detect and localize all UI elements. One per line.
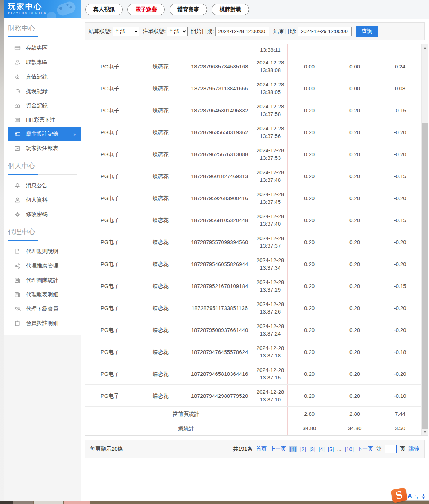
menu-list-icon [14, 131, 21, 137]
ime-logo-icon[interactable]: S [390, 487, 408, 503]
cell-order: 1872879685734535168 [186, 55, 253, 77]
tab-體育賽事[interactable]: 體育賽事 [170, 4, 207, 15]
table-row[interactable]: PG电子蝶恋花18728796256763130882024-12-2813:3… [85, 143, 422, 165]
sidebar-item-玩家投注報表[interactable]: 玩家投注報表 [4, 141, 81, 156]
sidebar-item-label: 提現記錄 [26, 88, 48, 95]
sidebar-item-label: 代理推廣管理 [26, 262, 58, 269]
table-row[interactable]: PG电子蝶恋花18728794764555786242024-12-2813:3… [85, 341, 422, 363]
sidebar-item-代理下級會員[interactable]: 代理下級會員 [4, 302, 81, 316]
cell-game: 蝶恋花 [135, 319, 186, 341]
jump-suffix: 页 [400, 446, 405, 453]
jump-prefix: 第 [376, 446, 382, 453]
cell-time: 2024-12-2813:37:29 [253, 275, 288, 297]
purse-icon [14, 103, 21, 109]
sidebar-item-個人資料[interactable]: 個人資料 [4, 193, 81, 207]
table-row[interactable]: PG电子蝶恋花18728795681053204482024-12-2813:3… [85, 209, 422, 231]
cell-bet: 0.20 [288, 231, 331, 253]
sidebar-item-充值記錄[interactable]: 充值記錄 [4, 69, 81, 84]
cell-winloss: -0.20 [378, 319, 422, 341]
section-divider [8, 239, 77, 240]
sidebar-item-資金記錄[interactable]: 資金記錄 [4, 98, 81, 113]
scrollbar-thumb[interactable] [422, 123, 428, 429]
table-row[interactable]: PG电子蝶恋花18728795117338511362024-12-2813:3… [85, 297, 422, 319]
jump-page-input[interactable] [385, 445, 397, 453]
pager: 共191条 首页 上一页 [1][2][3][4][5]...[10] 下一页 … [233, 445, 419, 453]
table-row[interactable]: PG电子蝶恋花18728794658103644162024-12-2813:3… [85, 363, 422, 385]
table-row[interactable]: PG电子蝶恋花18728796857345351682024-12-2813:3… [85, 55, 422, 77]
end-date-input[interactable] [298, 27, 352, 36]
sidebar-item-廳室投註記錄[interactable]: 廳室投註記錄› [8, 127, 81, 141]
start-date-input[interactable] [215, 27, 269, 36]
settle-status-select[interactable]: 全部 [113, 27, 139, 36]
page-link[interactable]: [5] [328, 446, 334, 452]
ime-mode-letter[interactable]: A [408, 493, 412, 499]
bet-records-table: 13:38:11PG电子蝶恋花18728796857345351682024-1… [85, 44, 428, 436]
sidebar-item-代理團隊統計[interactable]: 代理團隊統計 [4, 273, 81, 287]
per-page-text: 每頁顯示20條 [90, 446, 123, 453]
sidebar-item-提現記錄[interactable]: 提現記錄 [4, 84, 81, 98]
order-status-select[interactable]: 全部 [167, 27, 188, 36]
cell-bet: 0.20 [288, 187, 331, 209]
sidebar-item-代理推廣管理[interactable]: 代理推廣管理 [4, 258, 81, 273]
page-link-current[interactable]: [1] [289, 446, 297, 452]
page-link[interactable]: [10] [345, 446, 354, 452]
table-row[interactable]: PG电子蝶恋花18728795216701091842024-12-2813:3… [85, 275, 422, 297]
prev-page-link[interactable]: 上一页 [270, 446, 286, 453]
section-title: 個人中心 [8, 161, 81, 171]
tab-棋牌對戰[interactable]: 棋牌對戰 [212, 4, 249, 15]
sidebar-item-消息公告[interactable]: 消息公告 [4, 178, 81, 193]
table-row[interactable]: PG电子蝶恋花18728796018274693132024-12-2813:3… [85, 165, 422, 187]
table-row[interactable]: PG电子蝶恋花18728795009376614402024-12-2813:3… [85, 319, 422, 341]
table-row[interactable]: PG电子蝶恋花18728796453014968322024-12-2813:3… [85, 99, 422, 121]
table-row[interactable]: PG电子蝶恋花18728795460558269442024-12-2813:3… [85, 253, 422, 275]
summary-valid: 2.80 [331, 407, 378, 421]
cell-valid [331, 44, 378, 55]
cell-order: 1872879568105320448 [186, 209, 253, 231]
scroll-down-icon[interactable] [422, 429, 428, 435]
sidebar-item-取款專區[interactable]: 取款專區 [4, 55, 81, 69]
sidebar-item-HH彩票下注[interactable]: HH彩票下注 [4, 113, 81, 127]
start-date-label: 開始日期: [191, 28, 214, 35]
table-scrollbar[interactable] [421, 44, 428, 435]
chevron-right-icon: › [73, 131, 76, 138]
table-row[interactable]: PG电子蝶恋花18728794429807795202024-12-2813:3… [85, 385, 422, 407]
microphone-icon[interactable] [421, 493, 426, 499]
sidebar-item-label: 消息公告 [26, 182, 48, 189]
cell-game: 蝶恋花 [135, 143, 186, 165]
cell-valid: 0.20 [331, 363, 378, 384]
table-row[interactable]: PG电子蝶恋花18728796356503193622024-12-2813:3… [85, 121, 422, 143]
sidebar-item-label: 代理規則說明 [26, 248, 58, 255]
cell-bet [288, 44, 331, 55]
clipboard-icon [14, 320, 21, 327]
summary-valid: 34.80 [331, 421, 378, 435]
page-link[interactable]: [4] [319, 446, 325, 452]
ime-punct-toggle[interactable]: ·, [415, 493, 418, 499]
sidebar-item-代理報表明細[interactable]: 代理報表明細 [4, 287, 81, 302]
wallet-icon [14, 88, 21, 94]
page-link[interactable]: [2] [300, 446, 306, 452]
cell-valid: 0.20 [331, 385, 378, 406]
table-row[interactable]: PG电子蝶恋花18728795926839004162024-12-2813:3… [85, 187, 422, 209]
first-page-link[interactable]: 首页 [256, 446, 267, 453]
tab-真人視訊[interactable]: 真人視訊 [85, 4, 123, 15]
sidebar-item-代理規則說明[interactable]: 代理規則說明 [4, 244, 81, 258]
sidebar-item-修改密碼[interactable]: 修改密碼 [4, 207, 81, 221]
table-row[interactable]: PG电子蝶恋花18728796731138416662024-12-2813:3… [85, 77, 422, 99]
sidebar-item-會員投註明細[interactable]: 會員投註明細 [4, 316, 81, 330]
cell-valid: 0.20 [331, 143, 378, 165]
query-button[interactable]: 查詢 [356, 26, 378, 37]
tab-電子遊藝[interactable]: 電子遊藝 [127, 4, 165, 15]
scroll-up-icon[interactable] [422, 45, 428, 50]
summary-bet: 2.80 [288, 407, 331, 421]
cell-order: 1872879673113841666 [186, 77, 253, 99]
cell-provider: PG电子 [85, 363, 135, 384]
next-page-link[interactable]: 下一页 [357, 446, 373, 453]
sidebar-item-label: HH彩票下注 [26, 117, 55, 123]
sidebar-item-存款專區[interactable]: 存款專區 [4, 41, 81, 55]
table-row[interactable]: PG电子蝶恋花18728795570993945602024-12-2813:3… [85, 231, 422, 253]
cell-bet: 0.20 [288, 121, 331, 143]
jump-button[interactable]: 跳转 [408, 446, 419, 453]
cell-provider: PG电子 [85, 121, 135, 143]
cell-time: 2024-12-2813:37:40 [253, 209, 288, 231]
page-link[interactable]: [3] [309, 446, 315, 452]
